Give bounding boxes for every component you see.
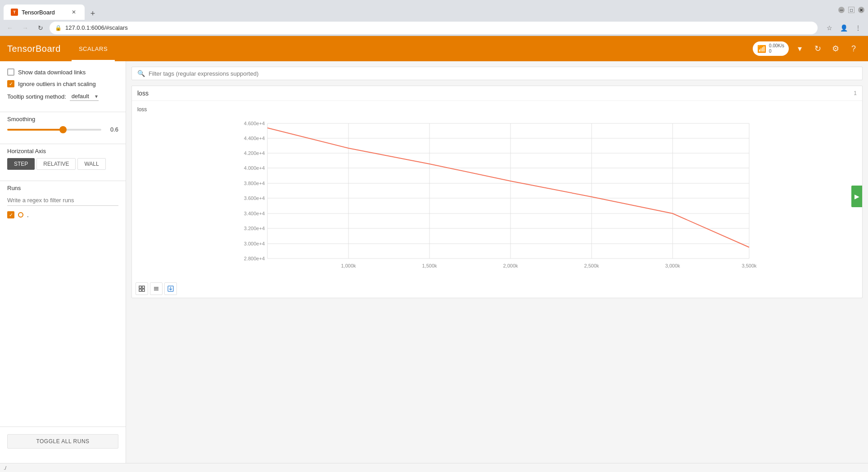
axis-section: Horizontal Axis STEP RELATIVE WALL [0,148,126,177]
fit-icon [139,286,145,292]
url-bar[interactable]: 🔒 127.0.0.1:6006/#scalars [50,22,818,34]
toggle-all-runs-button[interactable]: TOGGLE ALL RUNS [7,434,118,449]
connection-badge: 📶 0.00K/s 0 [753,41,789,56]
new-tab-button[interactable]: + [86,7,99,20]
ignore-outliers-label: Ignore outliers in chart scaling [18,81,96,87]
minimize-button[interactable]: ─ [838,7,845,13]
filter-bar: 🔍 [131,67,863,80]
tensorboard-app: TensorBoard SCALARS 📶 0.00K/s 0 ▾ ↻ ⚙ ? [0,36,868,472]
smoothing-slider[interactable] [7,129,101,131]
tab-title: TensorBoard [22,9,55,16]
tooltip-row: Tooltip sorting method: default [7,92,118,101]
chart-card-loss: loss 1 loss .axis-text { font-size: 11px… [131,86,863,298]
runs-section: Runs . [0,185,126,226]
chart-svg: .axis-text { font-size: 11px; fill: #888… [132,114,862,277]
address-bar: ← → ↻ 🔒 127.0.0.1:6006/#scalars ☆ 👤 ⋮ [0,20,868,36]
expand-right-button[interactable]: ▶ [851,186,862,207]
filter-input[interactable] [149,70,857,77]
sidebar-footer: TOGGLE ALL RUNS [0,427,126,456]
svg-text:1,000k: 1,000k [341,263,356,268]
sidebar: Show data download links Ignore outliers… [0,61,126,463]
bookmark-button[interactable]: ☆ [823,22,836,34]
chart-footer [132,280,862,298]
svg-rect-35 [139,289,141,291]
dropdown-button[interactable]: ▾ [792,41,807,56]
browser-chrome: T TensorBoard ✕ + ─ □ ✕ [0,0,868,20]
svg-text:4.000e+4: 4.000e+4 [244,165,265,171]
ignore-outliers-row[interactable]: Ignore outliers in chart scaling [7,80,118,87]
svg-rect-36 [142,289,145,291]
lines-icon [153,286,159,292]
svg-text:3.000e+4: 3.000e+4 [244,241,265,246]
help-button[interactable]: ? [846,41,861,56]
svg-text:4.600e+4: 4.600e+4 [244,121,265,126]
smoothing-section: Smoothing 0.6 [0,116,126,140]
svg-text:3,500k: 3,500k [741,263,757,268]
header-right: 📶 0.00K/s 0 ▾ ↻ ⚙ ? [753,41,861,56]
url-text: 127.0.0.1:6006/#scalars [65,24,128,31]
tab-close-button[interactable]: ✕ [70,9,77,16]
app-logo: TensorBoard [7,44,61,54]
axis-relative-button[interactable]: RELATIVE [36,158,76,170]
fit-chart-button[interactable] [136,282,148,295]
svg-text:4.200e+4: 4.200e+4 [244,150,265,156]
toggle-lines-button[interactable] [150,282,163,295]
svg-rect-34 [142,286,145,288]
back-button[interactable]: ← [4,22,16,34]
status-text: ./ [4,465,6,471]
nav-scalars[interactable]: SCALARS [72,36,115,61]
divider-3 [0,181,126,181]
search-icon: 🔍 [137,70,145,77]
reload-button[interactable]: ↻ [34,22,47,34]
close-window-button[interactable]: ✕ [858,7,864,13]
download-button[interactable] [164,282,177,295]
tooltip-select[interactable]: default [70,92,99,101]
refresh-button[interactable]: ↻ [810,41,825,56]
tooltip-label: Tooltip sorting method: [7,93,66,100]
svg-rect-33 [139,286,141,288]
run-color-dot [18,212,23,218]
svg-text:3.200e+4: 3.200e+4 [244,226,265,231]
forward-button[interactable]: → [19,22,32,34]
chart-count: 1 [854,90,857,96]
svg-text:3,000k: 3,000k [665,263,680,268]
chart-y-label: loss [132,104,862,113]
chart-svg-container: .axis-text { font-size: 11px; fill: #888… [132,114,862,278]
chart-header: loss 1 [132,86,862,101]
smoothing-label: Smoothing [7,116,118,123]
svg-text:4.400e+4: 4.400e+4 [244,136,265,141]
divider-2 [0,144,126,144]
ignore-outliers-checkbox[interactable] [7,80,14,87]
wifi-icon: 📶 [757,45,766,53]
header-nav: SCALARS [72,36,742,61]
axis-wall-button[interactable]: WALL [77,158,105,170]
run-item: . [7,211,118,218]
axis-step-button[interactable]: STEP [7,158,35,170]
runs-filter-input[interactable] [7,195,118,206]
chart-title: loss [137,90,149,97]
show-data-links-row[interactable]: Show data download links [7,68,118,76]
svg-text:2,000k: 2,000k [503,263,518,268]
svg-text:3.600e+4: 3.600e+4 [244,195,265,201]
content-area: 🔍 loss 1 loss .axis-text { fo [126,61,868,463]
divider-1 [0,112,126,112]
download-icon [167,286,174,292]
axis-label: Horizontal Axis [7,148,118,154]
show-data-links-checkbox[interactable] [7,68,14,76]
run-checkbox[interactable] [7,211,14,218]
svg-text:3.800e+4: 3.800e+4 [244,181,265,186]
settings-button[interactable]: ⚙ [828,41,843,56]
svg-text:3.400e+4: 3.400e+4 [244,211,265,216]
address-right-buttons: ☆ 👤 ⋮ [823,22,864,34]
menu-button[interactable]: ⋮ [852,22,864,34]
show-data-links-label: Show data download links [18,69,86,76]
tooltip-select-wrapper[interactable]: default [70,92,99,101]
lock-icon: 🔒 [55,25,62,31]
profile-button[interactable]: 👤 [837,22,850,34]
main-content: Show data download links Ignore outliers… [0,61,868,463]
restore-button[interactable]: □ [848,7,854,13]
active-tab[interactable]: T TensorBoard ✕ [4,5,85,20]
svg-text:1,500k: 1,500k [422,263,437,268]
svg-text:2.800e+4: 2.800e+4 [244,256,265,261]
wifi-speed: 0.00K/s 0 [769,43,784,54]
